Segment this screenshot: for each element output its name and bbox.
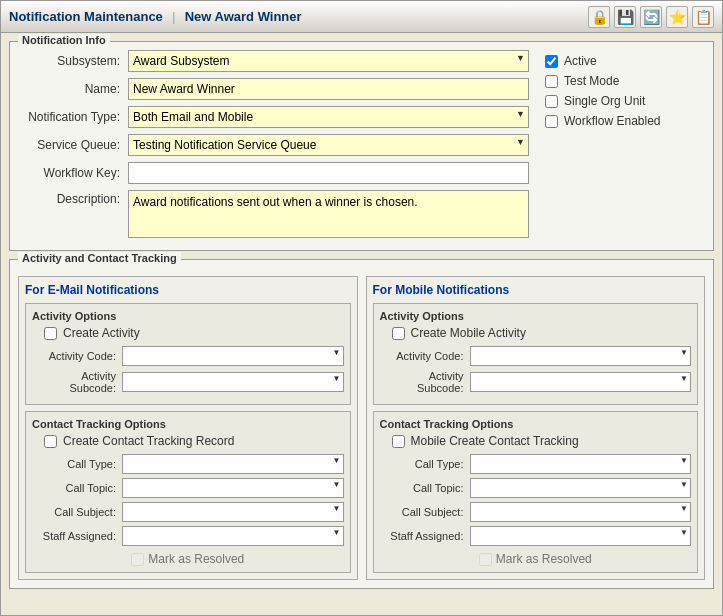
mobile-contact-title: Contact Tracking Options [380, 418, 692, 430]
email-call-subject-wrapper[interactable] [122, 502, 344, 522]
mobile-call-type-label: Call Type: [380, 458, 470, 470]
mobile-activity-subcode-wrapper[interactable] [470, 372, 692, 392]
subsystem-select-wrapper[interactable]: Award Subsystem [128, 50, 529, 72]
mobile-call-topic-wrapper[interactable] [470, 478, 692, 498]
mobile-activity-code-select[interactable] [470, 346, 692, 366]
lock-icon[interactable]: 🔒 [588, 6, 610, 28]
mobile-staff-wrapper[interactable] [470, 526, 692, 546]
subsystem-select[interactable]: Award Subsystem [128, 50, 529, 72]
notification-type-row: Notification Type: Both Email and Mobile [18, 106, 529, 128]
test-mode-checkbox[interactable] [545, 75, 558, 88]
subsystem-label: Subsystem: [18, 54, 128, 68]
mobile-mark-resolved-wrapper: Mark as Resolved [479, 552, 592, 566]
description-textarea[interactable]: Award notifications sent out when a winn… [128, 190, 529, 238]
email-call-topic-wrapper[interactable] [122, 478, 344, 498]
name-row: Name: [18, 78, 529, 100]
mobile-call-topic-row: Call Topic: [380, 478, 692, 498]
mobile-call-type-wrapper[interactable] [470, 454, 692, 474]
workflow-key-label: Workflow Key: [18, 166, 128, 180]
mobile-create-contact-row: Mobile Create Contact Tracking [392, 434, 692, 448]
workflow-enabled-label: Workflow Enabled [564, 114, 661, 128]
mobile-mark-resolved-checkbox [479, 553, 492, 566]
save-icon[interactable]: 💾 [614, 6, 636, 28]
email-col-title: For E-Mail Notifications [25, 283, 351, 297]
email-activity-code-label: Activity Code: [32, 350, 122, 362]
mobile-col-title: For Mobile Notifications [373, 283, 699, 297]
test-mode-label: Test Mode [564, 74, 619, 88]
service-queue-wrapper[interactable]: Testing Notification Service Queue [128, 134, 529, 156]
email-create-contact-checkbox[interactable] [44, 435, 57, 448]
email-call-type-row: Call Type: [32, 454, 344, 474]
email-call-subject-select[interactable] [122, 502, 344, 522]
test-mode-row: Test Mode [545, 74, 705, 88]
notification-type-label: Notification Type: [18, 110, 128, 124]
tracking-section: Activity and Contact Tracking For E-Mail… [9, 259, 714, 589]
mobile-call-type-row: Call Type: [380, 454, 692, 474]
email-contact-title: Contact Tracking Options [32, 418, 344, 430]
mobile-call-subject-row: Call Subject: [380, 502, 692, 522]
title-sep: | [172, 10, 175, 24]
email-tracking-col: For E-Mail Notifications Activity Option… [18, 276, 358, 580]
mobile-activity-code-label: Activity Code: [380, 350, 470, 362]
single-org-row: Single Org Unit [545, 94, 705, 108]
email-create-contact-row: Create Contact Tracking Record [44, 434, 344, 448]
mobile-call-type-select[interactable] [470, 454, 692, 474]
email-call-type-select[interactable] [122, 454, 344, 474]
email-activity-subcode-row: Activity Subcode: [32, 370, 344, 394]
mobile-mark-resolved-row: Mark as Resolved [380, 552, 692, 566]
service-queue-row: Service Queue: Testing Notification Serv… [18, 134, 529, 156]
mobile-activity-code-row: Activity Code: [380, 346, 692, 366]
workflow-key-row: Workflow Key: [18, 162, 529, 184]
name-label: Name: [18, 82, 128, 96]
mobile-create-contact-checkbox[interactable] [392, 435, 405, 448]
mobile-activity-subcode-select[interactable] [470, 372, 692, 392]
notification-type-wrapper[interactable]: Both Email and Mobile [128, 106, 529, 128]
workflow-key-input[interactable] [128, 162, 529, 184]
workflow-enabled-checkbox[interactable] [545, 115, 558, 128]
refresh-icon[interactable]: 🔄 [640, 6, 662, 28]
mobile-call-subject-select[interactable] [470, 502, 692, 522]
mobile-call-subject-label: Call Subject: [380, 506, 470, 518]
service-queue-select[interactable]: Testing Notification Service Queue [128, 134, 529, 156]
mobile-activity-title: Activity Options [380, 310, 692, 322]
name-input[interactable] [128, 78, 529, 100]
email-activity-code-row: Activity Code: [32, 346, 344, 366]
notification-form-layout: Subsystem: Award Subsystem Name: Notific… [18, 50, 705, 242]
email-contact-box: Contact Tracking Options Create Contact … [25, 411, 351, 573]
email-staff-label: Staff Assigned: [32, 530, 122, 542]
mobile-call-topic-select[interactable] [470, 478, 692, 498]
active-checkbox[interactable] [545, 55, 558, 68]
mobile-staff-select[interactable] [470, 526, 692, 546]
mobile-call-subject-wrapper[interactable] [470, 502, 692, 522]
email-call-subject-row: Call Subject: [32, 502, 344, 522]
report-icon[interactable]: 📋 [692, 6, 714, 28]
star-icon[interactable]: ⭐ [666, 6, 688, 28]
mobile-staff-label: Staff Assigned: [380, 530, 470, 542]
email-staff-row: Staff Assigned: [32, 526, 344, 546]
email-staff-wrapper[interactable] [122, 526, 344, 546]
email-activity-subcode-label: Activity Subcode: [32, 370, 122, 394]
single-org-checkbox[interactable] [545, 95, 558, 108]
email-call-topic-select[interactable] [122, 478, 344, 498]
email-activity-subcode-select[interactable] [122, 372, 344, 392]
notification-type-select[interactable]: Both Email and Mobile [128, 106, 529, 128]
email-call-type-wrapper[interactable] [122, 454, 344, 474]
active-label: Active [564, 54, 597, 68]
single-org-label: Single Org Unit [564, 94, 645, 108]
mobile-staff-row: Staff Assigned: [380, 526, 692, 546]
mobile-mark-resolved-label: Mark as Resolved [496, 552, 592, 566]
mobile-activity-box: Activity Options Create Mobile Activity … [373, 303, 699, 405]
email-create-activity-checkbox[interactable] [44, 327, 57, 340]
email-activity-subcode-wrapper[interactable] [122, 372, 344, 392]
mobile-tracking-col: For Mobile Notifications Activity Option… [366, 276, 706, 580]
email-activity-code-wrapper[interactable] [122, 346, 344, 366]
mobile-activity-code-wrapper[interactable] [470, 346, 692, 366]
mobile-create-activity-label: Create Mobile Activity [411, 326, 526, 340]
email-activity-code-select[interactable] [122, 346, 344, 366]
email-staff-select[interactable] [122, 526, 344, 546]
email-call-type-label: Call Type: [32, 458, 122, 470]
toolbar: 🔒 💾 🔄 ⭐ 📋 [588, 6, 714, 28]
mobile-activity-subcode-label: Activity Subcode: [380, 370, 470, 394]
title-bar: Notification Maintenance | New Award Win… [1, 1, 722, 33]
mobile-create-activity-checkbox[interactable] [392, 327, 405, 340]
